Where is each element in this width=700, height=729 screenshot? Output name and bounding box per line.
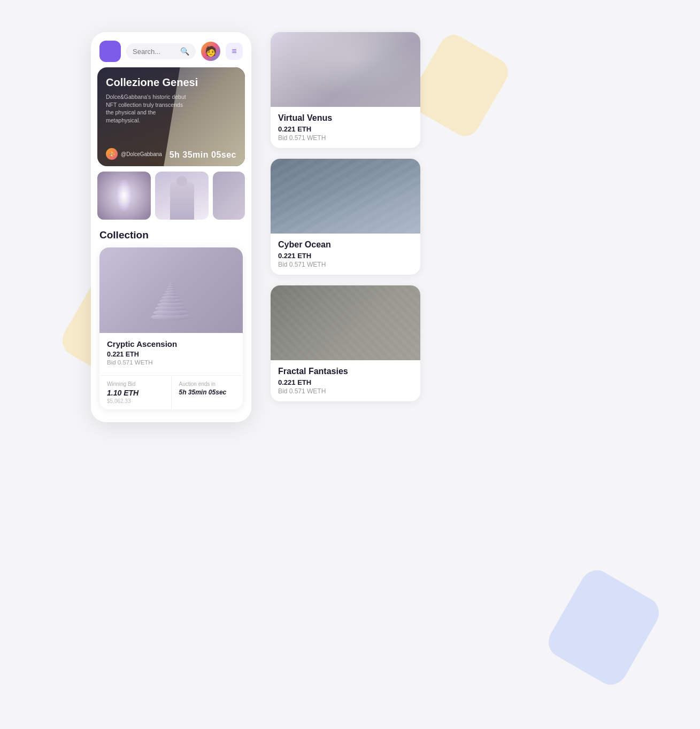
featured-nft-image <box>99 247 243 333</box>
right-card-cyber-ocean[interactable]: Cyber Ocean 0.221 ETH Bid 0.571 WETH <box>271 159 420 275</box>
avatar[interactable]: 🧑 <box>201 42 220 61</box>
winning-bid-usd: $5,062.33 <box>107 398 164 404</box>
featured-nft-info: Cryptic Ascension 0.221 ETH Bid 0.571 WE… <box>99 333 243 371</box>
fractal-fantasies-bid: Bid 0.571 WETH <box>278 387 413 395</box>
thumbnail-3[interactable] <box>213 172 245 220</box>
auction-ends-value: 5h 35min 05sec <box>179 389 236 396</box>
winning-bid-col: Winning Bid 1.10 ETH $5,062.33 <box>99 376 171 409</box>
auction-ends-label: Auction ends in <box>179 381 236 387</box>
cone-svg <box>147 253 195 322</box>
avatar-emoji: 🧑 <box>205 45 217 57</box>
hero-description: Dolce&Gabbana's historic debut NFT colle… <box>106 93 186 125</box>
svg-point-8 <box>166 288 176 290</box>
virtual-venus-bid: Bid 0.571 WETH <box>278 134 413 142</box>
virtual-venus-info: Virtual Venus 0.221 ETH Bid 0.571 WETH <box>271 107 420 148</box>
svg-point-9 <box>167 286 175 288</box>
hero-footer: 🎨 @DolceGabbana 5h 35min 05sec <box>106 148 236 160</box>
cyber-ocean-name: Cyber Ocean <box>278 240 413 250</box>
bg-decoration-yellow-right <box>405 30 513 142</box>
hero-content: Collezione Genesi Dolce&Gabbana's histor… <box>106 76 245 125</box>
thumb-glow <box>116 180 132 212</box>
virtual-venus-name: Virtual Venus <box>278 113 413 123</box>
svg-point-11 <box>170 283 173 284</box>
winning-bid-label: Winning Bid <box>107 381 164 387</box>
svg-point-6 <box>163 293 179 296</box>
fractal-fantasies-info: Fractal Fantasies 0.221 ETH Bid 0.571 WE… <box>271 360 420 401</box>
bg-decoration-blue <box>543 564 665 691</box>
collection-section: Collection <box>91 225 251 409</box>
right-panel: Virtual Venus 0.221 ETH Bid 0.571 WETH C… <box>271 32 420 401</box>
winning-bid-value: 1.10 ETH <box>107 389 164 397</box>
creator-avatar: 🎨 <box>106 148 118 160</box>
fractal-fantasies-image <box>271 285 420 360</box>
filter-button[interactable]: ≡ <box>226 43 243 60</box>
virtual-venus-image <box>271 32 420 107</box>
cyber-ocean-image <box>271 159 420 234</box>
featured-nft-price: 0.221 ETH <box>107 351 235 358</box>
right-card-virtual-venus[interactable]: Virtual Venus 0.221 ETH Bid 0.571 WETH <box>271 32 420 148</box>
cyber-ocean-info: Cyber Ocean 0.221 ETH Bid 0.571 WETH <box>271 234 420 275</box>
left-panel: 🔍 🧑 ≡ Collezione Genesi Dolce&Gabbana's … <box>91 32 251 422</box>
thumb-figure-head <box>176 176 187 187</box>
featured-nft-footer: Winning Bid 1.10 ETH $5,062.33 Auction e… <box>99 375 243 409</box>
featured-nft-name: Cryptic Ascension <box>107 339 235 348</box>
hero-timer: 5h 35min 05sec <box>170 150 236 160</box>
virtual-venus-price: 0.221 ETH <box>278 125 413 133</box>
auction-ends-col: Auction ends in 5h 35min 05sec <box>171 376 243 409</box>
fractal-fantasies-price: 0.221 ETH <box>278 378 413 386</box>
hero-banner: Collezione Genesi Dolce&Gabbana's histor… <box>97 67 245 166</box>
thumb-figure <box>170 182 194 220</box>
search-input[interactable] <box>133 48 177 56</box>
cyber-ocean-bid: Bid 0.571 WETH <box>278 261 413 268</box>
right-card-fractal-fantasies[interactable]: Fractal Fantasies 0.221 ETH Bid 0.571 WE… <box>271 285 420 401</box>
search-icon: 🔍 <box>180 47 189 56</box>
fractal-fantasies-name: Fractal Fantasies <box>278 367 413 376</box>
featured-nft-card[interactable]: Cryptic Ascension 0.221 ETH Bid 0.571 WE… <box>99 247 243 409</box>
app-logo <box>99 41 121 62</box>
cyber-ocean-price: 0.221 ETH <box>278 252 413 260</box>
svg-point-10 <box>168 284 174 286</box>
creator-name: @DolceGabbana <box>121 151 162 157</box>
thumbnail-2[interactable] <box>155 172 209 220</box>
main-container: 🔍 🧑 ≡ Collezione Genesi Dolce&Gabbana's … <box>91 32 420 422</box>
featured-nft-bid: Bid 0.571 WETH <box>107 359 235 366</box>
filter-icon: ≡ <box>232 46 236 56</box>
svg-point-5 <box>161 296 181 300</box>
hero-title: Collezione Genesi <box>106 76 245 89</box>
svg-point-7 <box>165 291 178 293</box>
svg-point-12 <box>170 281 172 282</box>
collection-title: Collection <box>99 229 243 241</box>
thumbnail-1[interactable] <box>97 172 151 220</box>
thumbnail-row <box>91 166 251 225</box>
hero-creator: 🎨 @DolceGabbana <box>106 148 162 160</box>
search-bar[interactable]: 🔍 <box>126 43 196 59</box>
app-header: 🔍 🧑 ≡ <box>91 32 251 67</box>
